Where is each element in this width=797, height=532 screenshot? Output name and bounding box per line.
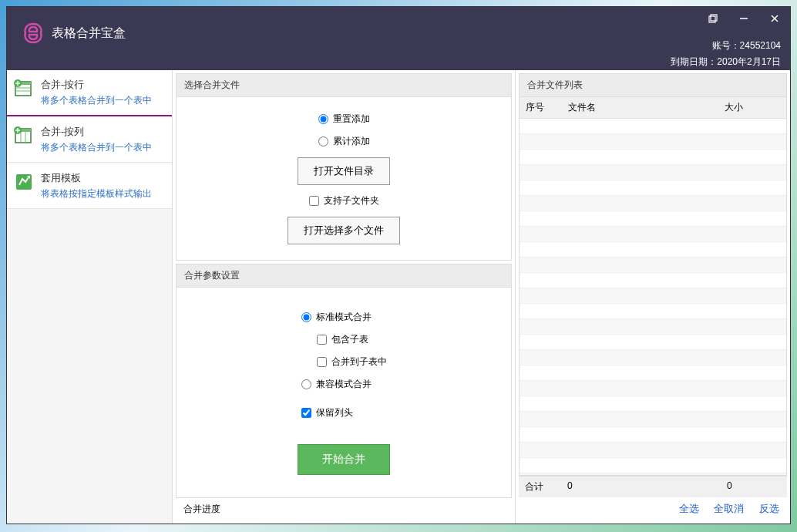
footer-label: 合计 [525, 480, 567, 493]
radio-append-input[interactable] [318, 136, 328, 146]
radio-standard-label: 标准模式合并 [316, 311, 372, 324]
nav-title: 套用模板 [41, 171, 166, 185]
sidebar: 合并-按行 将多个表格合并到一个表中 合并-按列 将多个表格合并到一个表中 [7, 70, 173, 524]
check-keep-header[interactable]: 保留列头 [301, 406, 353, 419]
table-rows-icon [13, 78, 35, 99]
check-include-sub-input[interactable] [317, 335, 327, 345]
nav-desc: 将多个表格合并到一个表中 [41, 141, 166, 154]
svg-rect-1 [711, 15, 717, 21]
check-subdir-input[interactable] [309, 196, 319, 206]
table-row[interactable] [520, 427, 786, 443]
nav-title: 合并-按列 [41, 125, 166, 139]
radio-standard-mode[interactable]: 标准模式合并 [301, 311, 372, 324]
radio-compat-mode[interactable]: 兼容模式合并 [301, 378, 372, 391]
radio-reset-add[interactable]: 重置添加 [318, 113, 370, 126]
check-include-sub-label: 包含子表 [331, 333, 368, 346]
file-table-body [520, 119, 786, 476]
progress-label: 合并进度 [176, 498, 512, 520]
table-row[interactable] [520, 165, 786, 180]
file-select-body: 重置添加 累计添加 打开文件目录 支持子文件夹 打开选择多个文件 [176, 97, 512, 261]
nav-title: 合并-按行 [41, 78, 166, 92]
select-all-link[interactable]: 全选 [679, 503, 699, 514]
table-row[interactable] [520, 396, 786, 412]
expiry-label: 到期日期： [671, 56, 717, 67]
app-logo-icon [21, 21, 45, 45]
col-spacer [772, 97, 786, 119]
file-list-header: 合并文件列表 [519, 73, 787, 97]
table-row[interactable] [520, 242, 786, 258]
deselect-all-link[interactable]: 全取消 [714, 503, 744, 514]
table-row[interactable] [520, 443, 786, 458]
titlebar: 表格合并宝盒 账号：24552104 到期日期：2020年2月17日 [7, 7, 790, 70]
nav-desc: 将表格按指定模板样式输出 [41, 187, 166, 200]
table-row[interactable] [520, 365, 786, 381]
copy-icon[interactable] [698, 7, 728, 30]
radio-standard-input[interactable] [301, 312, 311, 322]
col-size[interactable]: 大小 [718, 97, 772, 119]
table-row[interactable] [520, 335, 786, 350]
radio-reset-label: 重置添加 [333, 113, 370, 126]
svg-rect-0 [709, 16, 715, 22]
check-subdir-label: 支持子文件夹 [324, 194, 379, 207]
minimize-button[interactable] [728, 7, 759, 30]
table-row[interactable] [520, 211, 786, 227]
invert-selection-link[interactable]: 反选 [759, 503, 779, 514]
sidebar-item-merge-cols[interactable]: 合并-按列 将多个表格合并到一个表中 [7, 117, 172, 163]
nav-desc: 将多个表格合并到一个表中 [41, 94, 166, 107]
check-keep-header-input[interactable] [301, 408, 311, 418]
sidebar-item-template[interactable]: 套用模板 将表格按指定模板样式输出 [7, 163, 172, 209]
table-row[interactable] [520, 288, 786, 304]
table-row[interactable] [520, 258, 786, 273]
params-header: 合并参数设置 [176, 264, 512, 288]
account-label: 账号： [712, 40, 740, 51]
check-merge-to-sub-label: 合并到子表中 [331, 355, 387, 369]
left-panel: 选择合并文件 重置添加 累计添加 打开文件目录 支持子文件夹 [173, 70, 516, 524]
table-row[interactable] [520, 458, 786, 473]
table-row[interactable] [520, 350, 786, 365]
file-select-header: 选择合并文件 [176, 73, 512, 97]
table-row[interactable] [520, 227, 786, 242]
start-merge-button[interactable]: 开始合并 [298, 444, 390, 475]
radio-compat-input[interactable] [301, 379, 311, 389]
main-content: 选择合并文件 重置添加 累计添加 打开文件目录 支持子文件夹 [173, 70, 790, 524]
check-merge-to-sub-input[interactable] [317, 357, 327, 367]
check-keep-header-label: 保留列头 [316, 406, 353, 419]
open-dir-button[interactable]: 打开文件目录 [298, 157, 390, 185]
template-icon [13, 171, 35, 193]
account-number: 24552104 [740, 40, 781, 51]
table-row[interactable] [520, 180, 786, 196]
check-subdir[interactable]: 支持子文件夹 [309, 194, 379, 207]
table-row[interactable] [520, 304, 786, 319]
file-table: 序号 文件名 大小 [520, 97, 786, 476]
radio-append-add[interactable]: 累计添加 [318, 135, 370, 148]
radio-reset-input[interactable] [318, 114, 328, 124]
table-row[interactable] [520, 273, 786, 288]
params-body: 标准模式合并 包含子表 合并到子表中 兼容模式合并 [176, 288, 512, 498]
table-row[interactable] [520, 134, 786, 150]
app-window: 表格合并宝盒 账号：24552104 到期日期：2020年2月17日 [6, 6, 791, 524]
col-seq[interactable]: 序号 [520, 97, 562, 119]
selection-links: 全选 全取消 反选 [519, 497, 787, 520]
table-row[interactable] [520, 412, 786, 427]
radio-append-label: 累计添加 [333, 135, 370, 148]
footer-size: 0 [727, 480, 781, 493]
right-panel: 合并文件列表 序号 文件名 大小 [516, 70, 790, 524]
radio-compat-label: 兼容模式合并 [316, 378, 372, 391]
table-row[interactable] [520, 381, 786, 396]
close-button[interactable] [759, 7, 790, 30]
table-footer: 合计 0 0 [519, 476, 787, 497]
table-row[interactable] [520, 319, 786, 335]
file-table-wrap: 序号 文件名 大小 [519, 97, 787, 476]
app-title: 表格合并宝盒 [52, 25, 126, 42]
table-row[interactable] [520, 196, 786, 211]
footer-count: 0 [567, 480, 727, 493]
col-name[interactable]: 文件名 [562, 97, 718, 119]
table-row[interactable] [520, 150, 786, 165]
open-multi-button[interactable]: 打开选择多个文件 [288, 217, 400, 244]
expiry-date: 2020年2月17日 [717, 56, 781, 67]
sidebar-item-merge-rows[interactable]: 合并-按行 将多个表格合并到一个表中 [7, 70, 172, 116]
table-row[interactable] [520, 119, 786, 134]
check-include-sub[interactable]: 包含子表 [317, 333, 368, 346]
check-merge-to-sub[interactable]: 合并到子表中 [317, 355, 387, 369]
account-info: 账号：24552104 到期日期：2020年2月17日 [671, 36, 781, 69]
